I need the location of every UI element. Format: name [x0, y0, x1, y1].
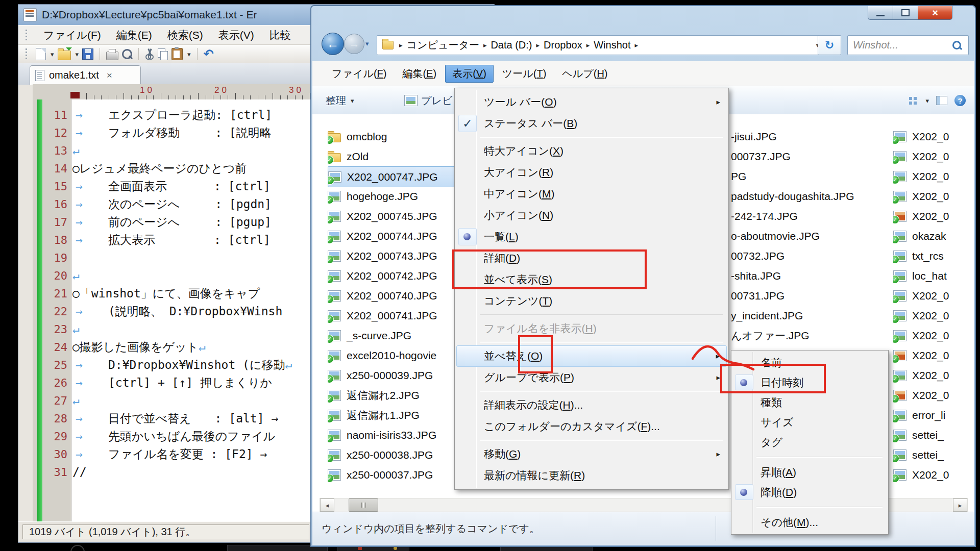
- back-button[interactable]: ←: [322, 33, 344, 55]
- menu-item[interactable]: 名前: [733, 353, 887, 372]
- menu-item[interactable]: 詳細表示の設定(H)...: [456, 394, 727, 416]
- menu-item[interactable]: サイズ: [733, 412, 887, 432]
- search-box[interactable]: Winshot...: [847, 35, 969, 55]
- menu-item[interactable]: 並べ替え(O)▸: [456, 345, 727, 367]
- list-item[interactable]: 000737.JPG: [731, 146, 899, 166]
- list-item[interactable]: ✓X202_0: [893, 166, 974, 186]
- editor-menu-item[interactable]: ファイル(F): [36, 27, 109, 43]
- menu-item[interactable]: その他(M)...: [733, 512, 887, 532]
- undo-icon[interactable]: ↶: [204, 49, 214, 59]
- forward-button[interactable]: →: [344, 34, 364, 54]
- list-item[interactable]: ✓X202_0: [893, 127, 974, 146]
- list-item[interactable]: ✓okazak: [893, 226, 974, 246]
- explorer-menu-item[interactable]: 編集(E): [395, 65, 444, 83]
- list-item[interactable]: ✓X202_000747.JPG: [328, 166, 476, 187]
- scrollbar-thumb[interactable]: [349, 498, 378, 512]
- list-item[interactable]: ✓X202_0: [893, 365, 974, 385]
- list-item[interactable]: -shita.JPG: [731, 266, 899, 286]
- views-dropdown-icon[interactable]: ▾: [925, 97, 929, 105]
- menu-item[interactable]: 中アイコン(M): [456, 183, 727, 205]
- history-dropdown-icon[interactable]: ▾: [365, 40, 369, 47]
- new-file-dropdown-icon[interactable]: ▾: [51, 51, 54, 58]
- search-icon[interactable]: [122, 49, 132, 59]
- tab-close-icon[interactable]: ×: [107, 70, 112, 81]
- breadcrumb-item[interactable]: Winshot: [591, 39, 633, 51]
- list-item[interactable]: ✓X202_0: [893, 206, 974, 226]
- menu-item[interactable]: 詳細(D): [456, 247, 727, 269]
- list-item[interactable]: 00732.JPG: [731, 246, 899, 266]
- list-item[interactable]: y_incident.JPG: [731, 306, 899, 325]
- menu-item[interactable]: このフォルダーのカスタマイズ(F)...: [456, 416, 727, 437]
- address-bar[interactable]: ▸コンピューター▸Data (D:)▸Dropbox▸Winshot▸ ▾: [377, 35, 825, 55]
- organize-button[interactable]: 整理▾: [320, 91, 360, 111]
- editor-menu-item[interactable]: 比較: [262, 27, 299, 43]
- list-item[interactable]: -242-174.JPG: [731, 206, 899, 226]
- editor-menu-item[interactable]: 表示(V): [211, 27, 262, 43]
- menu-item[interactable]: 最新の情報に更新(R): [456, 465, 727, 486]
- scroll-right-icon[interactable]: ▸: [953, 498, 967, 512]
- menu-item[interactable]: 小アイコン(N): [456, 205, 727, 226]
- editor-menu-item[interactable]: 編集(E): [109, 27, 160, 43]
- explorer-menu-item[interactable]: ヘルプ(H): [555, 65, 615, 83]
- explorer-menu-item[interactable]: ツール(T): [495, 65, 554, 83]
- editor-menu-item[interactable]: 検索(S): [160, 27, 211, 43]
- preview-pane-icon[interactable]: [936, 96, 947, 105]
- breadcrumb-item[interactable]: Dropbox: [541, 39, 585, 51]
- list-item[interactable]: ✓settei_: [893, 425, 974, 445]
- menu-item[interactable]: 種類: [733, 392, 887, 412]
- list-item[interactable]: ✓settei_: [893, 445, 974, 465]
- print-icon[interactable]: [106, 52, 118, 60]
- scroll-left-icon[interactable]: ◂: [320, 498, 334, 512]
- search-icon[interactable]: [952, 41, 961, 49]
- list-item[interactable]: ✓loc_hat: [893, 266, 974, 286]
- menu-item[interactable]: グループで表示(P)▸: [456, 367, 727, 388]
- cut-icon[interactable]: [145, 48, 154, 60]
- list-item[interactable]: ✓X202_0: [893, 345, 974, 365]
- menu-item[interactable]: 大アイコン(R): [456, 162, 727, 183]
- explorer-menu-view[interactable]: 表示(V): [445, 65, 494, 83]
- open-file-icon[interactable]: [58, 51, 71, 60]
- menu-item[interactable]: 降順(D): [733, 482, 887, 502]
- close-button[interactable]: ×: [918, 6, 952, 20]
- maximize-button[interactable]: [893, 6, 918, 20]
- explorer-menu-item[interactable]: ファイル(F): [325, 65, 394, 83]
- list-item[interactable]: ✓X202_0: [893, 186, 974, 206]
- menu-item[interactable]: 移動(G)▸: [456, 443, 727, 465]
- menu-item[interactable]: 昇順(A): [733, 462, 887, 482]
- list-item[interactable]: PG: [731, 166, 899, 186]
- list-item[interactable]: padstudy-dougashita.JPG: [731, 186, 899, 206]
- menu-item[interactable]: ツール バー(O)▸: [456, 91, 727, 113]
- list-item[interactable]: ✓txt_rcs: [893, 246, 974, 266]
- menu-item[interactable]: 並べて表示(S): [456, 269, 727, 290]
- paste-dropdown-icon[interactable]: ▾: [187, 51, 191, 58]
- list-item[interactable]: ✓X202_0: [893, 325, 974, 345]
- list-item[interactable]: ✓X202_0: [893, 465, 974, 485]
- views-icon[interactable]: [909, 97, 917, 105]
- list-item[interactable]: ✓X202_0: [893, 306, 974, 325]
- refresh-button[interactable]: ↻: [818, 35, 841, 55]
- breadcrumb-item[interactable]: Data (D:): [487, 39, 535, 51]
- new-file-icon[interactable]: [36, 48, 46, 60]
- list-item[interactable]: o-aboutmovie.JPG: [731, 226, 899, 246]
- paste-icon[interactable]: [172, 48, 183, 60]
- preview-button[interactable]: プレビ: [398, 91, 458, 111]
- ruler-margin-marker[interactable]: [70, 92, 80, 98]
- list-item[interactable]: ✓error_li: [893, 405, 974, 425]
- list-item[interactable]: ✓X202_0: [893, 385, 974, 405]
- menu-item[interactable]: ✓ステータス バー(B): [456, 113, 727, 134]
- copy-icon[interactable]: [158, 48, 168, 60]
- menu-item[interactable]: コンテンツ(T): [456, 290, 727, 312]
- menu-item[interactable]: ファイル名を非表示(H): [456, 318, 727, 339]
- open-file-dropdown-icon[interactable]: ▾: [76, 51, 79, 58]
- menu-item[interactable]: 一覧(L): [456, 226, 727, 247]
- list-item[interactable]: ✓X202_0: [893, 286, 974, 306]
- menu-item[interactable]: 特大アイコン(X): [456, 140, 727, 162]
- menu-item[interactable]: タグ: [733, 432, 887, 452]
- menu-item[interactable]: 日付時刻: [733, 372, 887, 392]
- list-item[interactable]: -jisui.JPG: [731, 127, 899, 146]
- list-item[interactable]: んオファー.JPG: [731, 325, 899, 345]
- list-item[interactable]: 00731.JPG: [731, 286, 899, 306]
- list-item[interactable]: ✓X202_0: [893, 146, 974, 166]
- help-icon[interactable]: ?: [954, 95, 966, 106]
- breadcrumb-item[interactable]: コンピューター: [404, 38, 482, 52]
